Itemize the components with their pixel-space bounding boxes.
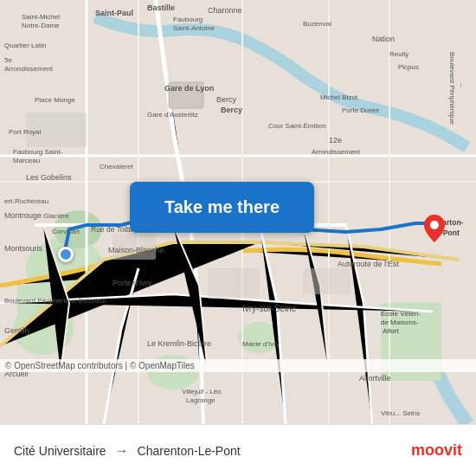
svg-text:Notre-Dame: Notre-Dame <box>22 22 60 29</box>
bottom-bar: Cité Universitaire → Charenton-Le-Pont m… <box>0 424 476 476</box>
svg-text:Porte Dorée: Porte Dorée <box>342 106 380 114</box>
svg-text:Faubourg: Faubourg <box>173 16 203 23</box>
take-me-there-button[interactable]: Take me there <box>130 182 314 233</box>
svg-text:Arrondissement: Arrondissement <box>4 65 54 73</box>
map-attribution: © OpenStreetMap contributors | © OpenMap… <box>0 359 476 372</box>
svg-text:Nation: Nation <box>372 35 395 43</box>
svg-text:Boulevard Périphérique Extérie: Boulevard Périphérique Extérieur <box>4 297 106 305</box>
svg-text:Le Kremlin-Bicêtre: Le Kremlin-Bicêtre <box>147 339 211 348</box>
svg-text:Saint-Antoine: Saint-Antoine <box>173 24 215 32</box>
svg-text:Maison-Blanche: Maison-Blanche <box>108 246 164 254</box>
svg-text:Cour Saint-Émilion: Cour Saint-Émilion <box>268 122 326 130</box>
svg-text:de Maisons-: de Maisons- <box>381 318 419 326</box>
svg-text:Alfort: Alfort <box>383 327 399 335</box>
svg-text:Buzenval: Buzenval <box>303 20 331 28</box>
moovit-logo-text: moovit <box>411 441 462 460</box>
svg-text:5e: 5e <box>4 56 12 64</box>
destination-marker <box>424 215 445 246</box>
svg-text:12e: 12e <box>329 136 342 145</box>
svg-text:Autoroute de l'Est: Autoroute de l'Est <box>338 260 399 268</box>
svg-text:Alfortville: Alfortville <box>359 374 391 383</box>
svg-text:Corvisart: Corvisart <box>52 228 80 235</box>
svg-text:Vitru... Selns: Vitru... Selns <box>381 409 420 417</box>
svg-text:Gare d'Austerlitz: Gare d'Austerlitz <box>147 111 198 119</box>
svg-text:Place Monge: Place Monge <box>35 96 75 104</box>
svg-text:Gare de Lyon: Gare de Lyon <box>164 84 214 93</box>
svg-point-68 <box>430 221 439 229</box>
svg-text:Saint-Paul: Saint-Paul <box>95 9 133 17</box>
svg-text:Boulevard Périphérique: Boulevard Périphérique <box>448 52 456 125</box>
svg-text:Glacière: Glacière <box>43 212 69 220</box>
svg-text:Gentilly: Gentilly <box>4 326 31 335</box>
svg-text:ert-Rochereau: ert-Rochereau <box>4 197 48 205</box>
svg-text:Arrondissement: Arrondissement <box>312 148 361 156</box>
svg-text:Ivry-sur-Seine: Ivry-sur-Seine <box>242 304 297 313</box>
route-info: Cité Universitaire → Charenton-Le-Pont <box>14 443 411 459</box>
svg-text:Porte d'Ivry: Porte d'Ivry <box>113 279 152 287</box>
svg-text:Bercy: Bercy <box>221 106 242 114</box>
map-container: Saint-Michel Notre-Dame Saint-Paul Basti… <box>0 0 476 424</box>
svg-text:Port Royal: Port Royal <box>9 128 42 136</box>
svg-text:Montrouge: Montrouge <box>4 211 42 220</box>
route-arrow-icon: → <box>115 443 129 459</box>
svg-text:Marceau: Marceau <box>13 157 40 164</box>
svg-text:Quartier Latin: Quartier Latin <box>4 42 46 49</box>
svg-text:École Vétéri-: École Vétéri- <box>381 310 421 318</box>
svg-text:Les Gobelins: Les Gobelins <box>26 173 72 182</box>
route-destination: Charenton-Le-Pont <box>138 444 241 458</box>
svg-text:Chevaleret: Chevaleret <box>100 163 133 170</box>
svg-text:Michel Bizot: Michel Bizot <box>320 93 358 101</box>
svg-text:Bercy: Bercy <box>216 95 237 104</box>
svg-text:Lagrange: Lagrange <box>186 396 215 404</box>
origin-marker <box>58 247 74 262</box>
svg-text:Faubourg Saint-: Faubourg Saint- <box>13 148 63 156</box>
svg-text:Mairie d'Ivry: Mairie d'Ivry <box>242 340 280 348</box>
svg-text:...: ... <box>459 82 466 88</box>
svg-text:Saint-Michel: Saint-Michel <box>22 13 60 21</box>
svg-text:Picpus: Picpus <box>398 63 419 71</box>
route-origin: Cité Universitaire <box>14 444 106 458</box>
svg-text:Montsouris: Montsouris <box>4 244 43 253</box>
svg-rect-11 <box>303 268 351 294</box>
svg-text:Reully: Reully <box>389 50 408 58</box>
svg-text:Charonne: Charonne <box>208 6 242 15</box>
moovit-logo: moovit <box>411 441 462 460</box>
svg-rect-10 <box>208 268 260 299</box>
svg-text:Bastille: Bastille <box>147 3 175 12</box>
svg-text:Villejuif - Léo: Villejuif - Léo <box>182 388 222 396</box>
